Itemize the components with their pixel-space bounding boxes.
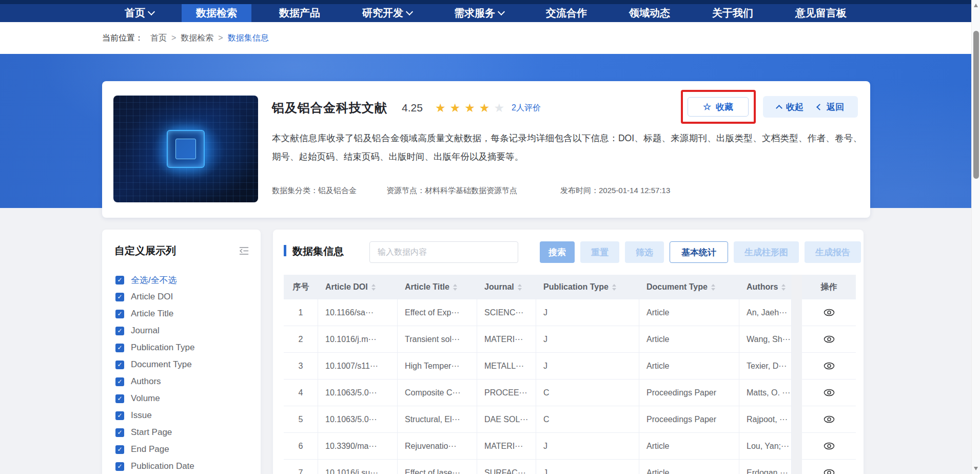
- sort-icon[interactable]: [453, 284, 457, 291]
- sort-icon[interactable]: [711, 284, 715, 291]
- star-icon[interactable]: ★: [450, 102, 461, 114]
- nav-item-cooperation[interactable]: 交流合作: [532, 4, 601, 22]
- column-header-publication-type[interactable]: Publication Type: [536, 275, 639, 299]
- search-button[interactable]: 搜索: [540, 241, 575, 263]
- generate-report-button[interactable]: 生成报告: [805, 241, 861, 263]
- sort-icon[interactable]: [371, 284, 376, 291]
- cell-article-doi: 10.1016/j.m···: [318, 326, 398, 353]
- nav-item-demand-services[interactable]: 需求服务: [440, 4, 518, 22]
- cell-publication-type: J: [536, 433, 639, 460]
- cell-index: 7: [284, 460, 318, 474]
- table-row: 7 10.1016/j.su··· Effect of lase··· SURF…: [284, 460, 856, 474]
- sort-icon[interactable]: [518, 284, 522, 291]
- column-header-article-title[interactable]: Article Title: [398, 275, 477, 299]
- search-input[interactable]: [369, 241, 518, 263]
- column-toggle-select-all[interactable]: ✓ 全选/全不选: [115, 275, 194, 285]
- favorite-button[interactable]: ☆ 收藏: [688, 97, 749, 117]
- sort-icon[interactable]: [781, 284, 786, 291]
- cell-document-type: Article: [639, 299, 739, 326]
- table-scroll-gutter: [792, 353, 802, 380]
- column-toggle-end-page[interactable]: ✓ End Page: [115, 444, 194, 454]
- scrollbar-up-arrow[interactable]: [974, 4, 978, 7]
- scrollbar-thumb[interactable]: [973, 31, 979, 179]
- column-header-article-doi[interactable]: Article DOI: [318, 275, 398, 299]
- view-row-button[interactable]: [824, 362, 835, 370]
- page-scrollbar[interactable]: [971, 0, 980, 474]
- column-toggle-volume[interactable]: ✓ Volume: [115, 393, 194, 404]
- eye-icon: [824, 309, 835, 316]
- view-row-button[interactable]: [824, 335, 835, 343]
- column-toggle-article-title[interactable]: ✓ Article Title: [115, 309, 194, 319]
- nav-item-data-products[interactable]: 数据产品: [265, 4, 335, 22]
- custom-columns-panel: 自定义展示列 ✓ 全选/全不选 ✓ Article DOI ✓ Article …: [102, 230, 261, 474]
- star-icon[interactable]: ★: [464, 102, 475, 114]
- toolbar: 搜索 重置 筛选 基本统计 生成柱形图 生成报告: [540, 241, 861, 263]
- nav-item-data-search[interactable]: 数据检索: [182, 4, 251, 22]
- breadcrumb-separator: >: [218, 33, 223, 43]
- column-header-index: 序号: [284, 275, 318, 299]
- star-rating[interactable]: ★ ★ ★ ★ ★: [435, 102, 504, 114]
- sort-icon[interactable]: [612, 284, 616, 291]
- nav-item-about-us[interactable]: 关于我们: [698, 4, 768, 22]
- nav-item-news[interactable]: 领域动态: [615, 4, 684, 22]
- fold-panel-icon[interactable]: [239, 247, 249, 255]
- cell-journal: SURFAC···: [477, 460, 536, 474]
- cell-publication-type: J: [536, 353, 639, 380]
- breadcrumb-section-link[interactable]: 数据检索: [181, 33, 213, 44]
- cell-article-doi: 10.1063/5.0···: [318, 406, 398, 433]
- generate-bar-chart-button[interactable]: 生成柱形图: [734, 241, 799, 263]
- column-toggle-label: Issue: [131, 410, 152, 421]
- nav-item-label: 数据检索: [196, 6, 237, 20]
- reset-button[interactable]: 重置: [580, 241, 619, 263]
- filter-button[interactable]: 筛选: [625, 241, 664, 263]
- checkbox-checked-icon: ✓: [115, 428, 124, 437]
- column-toggle-label: Document Type: [131, 359, 192, 370]
- nav-item-research[interactable]: 研究开发: [348, 4, 426, 22]
- breadcrumb-current: 数据集信息: [228, 33, 269, 44]
- star-icon[interactable]: ★: [494, 102, 504, 114]
- view-row-button[interactable]: [824, 389, 835, 396]
- nav-item-feedback[interactable]: 意见留言板: [781, 4, 861, 22]
- column-toggle-authors[interactable]: ✓ Authors: [115, 376, 194, 387]
- page: 首页 数据检索 数据产品 研究开发 需求服务 交流合作 领域动态 关于我们 意见…: [0, 0, 980, 474]
- back-button[interactable]: 返回: [817, 101, 844, 113]
- view-row-button[interactable]: [824, 469, 835, 474]
- column-toggle-label: Article Title: [131, 309, 173, 319]
- breadcrumb-separator: >: [171, 33, 176, 43]
- nav-item-home[interactable]: 首页: [110, 4, 168, 22]
- column-toggle-article-doi[interactable]: ✓ Article DOI: [115, 292, 194, 302]
- column-header-journal[interactable]: Journal: [477, 275, 536, 299]
- star-icon[interactable]: ★: [435, 102, 446, 114]
- column-toggle-journal[interactable]: ✓ Journal: [115, 326, 194, 336]
- checkbox-checked-icon: ✓: [115, 327, 124, 335]
- checkbox-checked-icon: ✓: [115, 344, 124, 352]
- star-icon[interactable]: ★: [479, 102, 490, 114]
- checkbox-checked-icon: ✓: [115, 377, 124, 386]
- nav-item-label: 关于我们: [712, 6, 753, 20]
- cell-index: 2: [284, 326, 318, 353]
- column-toggle-document-type[interactable]: ✓ Document Type: [115, 359, 194, 370]
- column-header-document-type[interactable]: Document Type: [639, 275, 739, 299]
- column-toggle-issue[interactable]: ✓ Issue: [115, 410, 194, 421]
- column-toggle-label: Journal: [131, 326, 160, 336]
- cell-authors: Erdogan ···: [739, 460, 792, 474]
- cell-publication-type: J: [536, 460, 639, 474]
- column-toggle-publication-type[interactable]: ✓ Publication Type: [115, 343, 194, 353]
- chevron-up-icon: [776, 105, 782, 111]
- collapse-button[interactable]: 收起: [777, 101, 803, 113]
- breadcrumb-prefix: 当前位置：: [102, 33, 143, 44]
- rating-count-link[interactable]: 2人评价: [512, 103, 541, 113]
- view-row-button[interactable]: [824, 415, 835, 423]
- table-row: 4 10.1063/5.0··· Composite C··· PROCEE··…: [284, 380, 856, 406]
- column-header-authors[interactable]: Authors: [739, 275, 792, 299]
- scrollbar-down-arrow[interactable]: [974, 467, 978, 470]
- view-row-button[interactable]: [824, 442, 835, 450]
- view-row-button[interactable]: [824, 309, 835, 316]
- basic-stats-button[interactable]: 基本统计: [670, 241, 728, 263]
- dataset-description: 本文献信息库收录了铝及铝合金领域高质量文献数据，每条记录均详细包含以下信息：DO…: [272, 129, 862, 166]
- breadcrumb-home-link[interactable]: 首页: [150, 33, 167, 44]
- cell-document-type: Article: [639, 326, 739, 353]
- column-toggle-start-page[interactable]: ✓ Start Page: [115, 427, 194, 438]
- column-toggle-publication-date[interactable]: ✓ Publication Date: [115, 461, 194, 471]
- cell-article-doi: 10.1007/s11···: [318, 353, 398, 380]
